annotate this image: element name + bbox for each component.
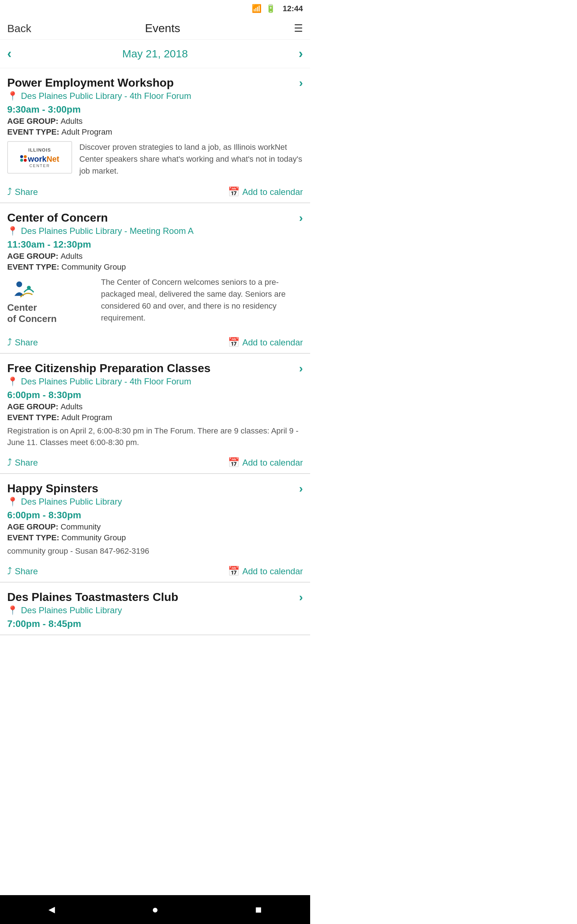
location-icon: 📍 bbox=[7, 605, 18, 615]
share-icon: ⤴ bbox=[7, 337, 12, 348]
event-title-row[interactable]: Center of Concern › bbox=[7, 211, 303, 225]
share-button[interactable]: ⤴ Share bbox=[7, 457, 38, 468]
event-time: 11:30am - 12:30pm bbox=[7, 239, 303, 250]
event-location[interactable]: Des Plaines Public Library - 4th Floor F… bbox=[21, 376, 191, 386]
worknet-center-text: CENTER bbox=[29, 163, 50, 168]
status-bar: 📶 🔋 12:44 bbox=[0, 0, 310, 17]
back-button[interactable]: Back bbox=[7, 23, 31, 35]
event-location[interactable]: Des Plaines Public Library bbox=[21, 605, 122, 615]
event-description: community group - Susan 847-962-3196 bbox=[7, 544, 303, 556]
center-of-concern-logo: Centerof Concern bbox=[7, 276, 94, 327]
android-back-button[interactable]: ◄ bbox=[41, 899, 62, 921]
event-time: 6:00pm - 8:30pm bbox=[7, 510, 303, 521]
location-row: 📍 Des Plaines Public Library bbox=[7, 497, 303, 507]
android-home-button[interactable]: ● bbox=[144, 899, 166, 921]
signal-icon: 📶 bbox=[252, 4, 261, 13]
event-type: EVENT TYPE: Community Group bbox=[7, 533, 303, 543]
share-icon: ⤴ bbox=[7, 565, 12, 577]
next-date-button[interactable]: › bbox=[298, 46, 303, 61]
event-detail-arrow[interactable]: › bbox=[299, 591, 303, 604]
event-title: Des Plaines Toastmasters Club bbox=[7, 591, 296, 604]
age-group: AGE GROUP: Adults bbox=[7, 252, 303, 261]
location-icon: 📍 bbox=[7, 226, 18, 236]
location-row: 📍 Des Plaines Public Library - 4th Floor… bbox=[7, 91, 303, 101]
age-group: AGE GROUP: Adults bbox=[7, 116, 303, 126]
age-group: AGE GROUP: Community bbox=[7, 522, 303, 531]
location-icon: 📍 bbox=[7, 376, 18, 386]
worknet-dots bbox=[20, 155, 27, 162]
location-icon: 📍 bbox=[7, 497, 18, 507]
page-title: Events bbox=[145, 22, 180, 35]
event-time: 9:30am - 3:00pm bbox=[7, 104, 303, 115]
worknet-brand: workNet bbox=[20, 153, 60, 164]
event-description: Discover proven strategies to land a job… bbox=[79, 141, 303, 177]
clock: 12:44 bbox=[283, 4, 303, 13]
age-group: AGE GROUP: Adults bbox=[7, 402, 303, 412]
concern-logo-text: Centerof Concern bbox=[7, 302, 56, 325]
event-card: Happy Spinsters › 📍 Des Plaines Public L… bbox=[0, 474, 310, 583]
event-detail-arrow[interactable]: › bbox=[299, 362, 303, 375]
share-icon: ⤴ bbox=[7, 457, 12, 468]
event-type: EVENT TYPE: Adult Program bbox=[7, 128, 303, 137]
event-card: Free Citizenship Preparation Classes › 📍… bbox=[0, 354, 310, 474]
add-to-calendar-button[interactable]: 📅 Add to calendar bbox=[228, 337, 303, 348]
event-card: Power Employment Workshop › 📍 Des Plaine… bbox=[0, 68, 310, 203]
add-to-calendar-button[interactable]: 📅 Add to calendar bbox=[228, 565, 303, 577]
share-button[interactable]: ⤴ Share bbox=[7, 186, 38, 197]
add-to-calendar-button[interactable]: 📅 Add to calendar bbox=[228, 457, 303, 468]
event-title: Free Citizenship Preparation Classes bbox=[7, 362, 296, 375]
event-title-row[interactable]: Power Employment Workshop › bbox=[7, 76, 303, 89]
add-to-calendar-button[interactable]: 📅 Add to calendar bbox=[228, 186, 303, 197]
event-location[interactable]: Des Plaines Public Library - 4th Floor F… bbox=[21, 91, 191, 101]
event-title: Power Employment Workshop bbox=[7, 76, 296, 89]
worknet-illinois-text: ILLINOIS bbox=[29, 147, 51, 153]
event-actions: ⤴ Share 📅 Add to calendar bbox=[7, 183, 303, 197]
event-title-row[interactable]: Des Plaines Toastmasters Club › bbox=[7, 591, 303, 604]
calendar-icon: 📅 bbox=[228, 565, 239, 577]
top-nav: Back Events ☰ bbox=[0, 17, 310, 40]
event-location[interactable]: Des Plaines Public Library - Meeting Roo… bbox=[21, 226, 193, 236]
event-type: EVENT TYPE: Community Group bbox=[7, 262, 303, 272]
worknet-text-net: Net bbox=[47, 155, 59, 163]
event-title-row[interactable]: Happy Spinsters › bbox=[7, 482, 303, 495]
event-type: EVENT TYPE: Adult Program bbox=[7, 413, 303, 422]
location-row: 📍 Des Plaines Public Library - 4th Floor… bbox=[7, 376, 303, 386]
concern-graphic-svg bbox=[7, 279, 36, 300]
battery-icon: 🔋 bbox=[266, 4, 276, 13]
event-card: Center of Concern › 📍 Des Plaines Public… bbox=[0, 203, 310, 354]
location-icon: 📍 bbox=[7, 91, 18, 101]
share-icon: ⤴ bbox=[7, 186, 12, 197]
event-actions: ⤴ Share 📅 Add to calendar bbox=[7, 454, 303, 468]
concern-logo-inner bbox=[7, 279, 36, 300]
event-time: 6:00pm - 8:30pm bbox=[7, 389, 303, 401]
event-title: Happy Spinsters bbox=[7, 482, 296, 495]
event-body: ILLINOIS workNet CENTER Discover proven … bbox=[7, 141, 303, 177]
event-title: Center of Concern bbox=[7, 211, 296, 225]
event-title-row[interactable]: Free Citizenship Preparation Classes › bbox=[7, 362, 303, 375]
event-actions: ⤴ Share 📅 Add to calendar bbox=[7, 334, 303, 348]
share-button[interactable]: ⤴ Share bbox=[7, 337, 38, 348]
prev-date-button[interactable]: ‹ bbox=[7, 46, 11, 61]
event-card: Des Plaines Toastmasters Club › 📍 Des Pl… bbox=[0, 583, 310, 635]
event-description: The Center of Concern welcomes seniors t… bbox=[101, 276, 303, 324]
menu-icon[interactable]: ☰ bbox=[294, 23, 303, 34]
location-row: 📍 Des Plaines Public Library - Meeting R… bbox=[7, 226, 303, 236]
calendar-icon: 📅 bbox=[228, 337, 239, 348]
location-row: 📍 Des Plaines Public Library bbox=[7, 605, 303, 615]
worknet-logo: ILLINOIS workNet CENTER bbox=[7, 141, 72, 174]
date-nav: ‹ May 21, 2018 › bbox=[0, 40, 310, 68]
event-detail-arrow[interactable]: › bbox=[299, 76, 303, 89]
current-date: May 21, 2018 bbox=[122, 48, 188, 60]
event-location[interactable]: Des Plaines Public Library bbox=[21, 497, 122, 507]
svg-point-0 bbox=[16, 281, 22, 287]
android-nav-bar: ◄ ● ■ bbox=[0, 895, 310, 924]
event-detail-arrow[interactable]: › bbox=[299, 482, 303, 495]
event-actions: ⤴ Share 📅 Add to calendar bbox=[7, 563, 303, 577]
event-detail-arrow[interactable]: › bbox=[299, 211, 303, 225]
calendar-icon: 📅 bbox=[228, 186, 239, 197]
worknet-text-work: work bbox=[28, 155, 47, 163]
android-recent-button[interactable]: ■ bbox=[248, 899, 269, 921]
share-button[interactable]: ⤴ Share bbox=[7, 565, 38, 577]
event-body: Centerof Concern The Center of Concern w… bbox=[7, 276, 303, 327]
svg-point-1 bbox=[27, 286, 31, 290]
